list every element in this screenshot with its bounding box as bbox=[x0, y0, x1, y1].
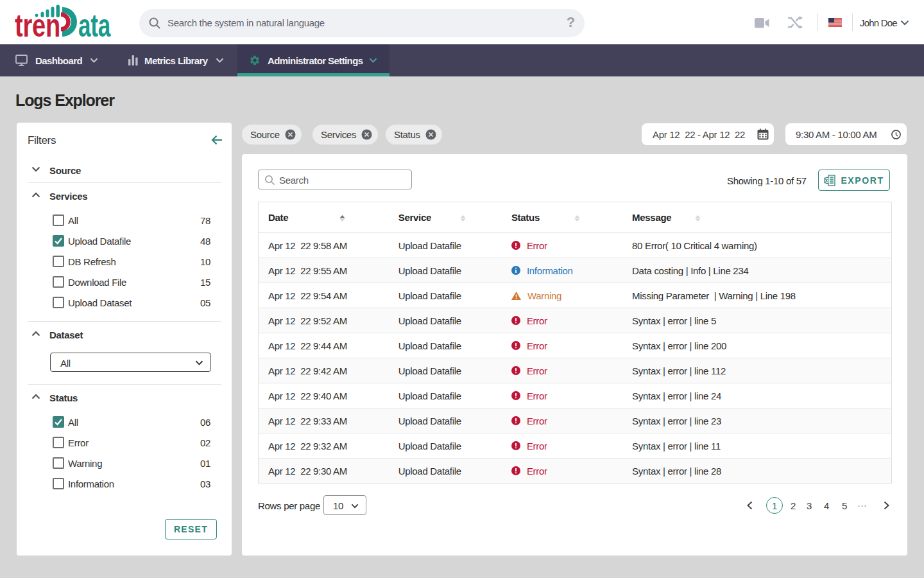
svg-text:tren: tren bbox=[15, 8, 60, 44]
svg-text:ata: ata bbox=[78, 8, 111, 44]
